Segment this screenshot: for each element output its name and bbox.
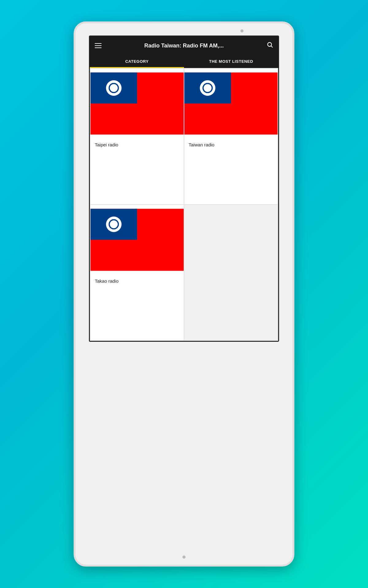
tab-category[interactable]: CATEGORY: [90, 55, 184, 68]
tab-bar: CATEGORY THE MOST LISTENED: [90, 55, 278, 68]
grid-container: Taipei radio: [90, 68, 278, 341]
tablet-camera-bottom: [182, 556, 186, 559]
taipei-label: Taipei radio: [90, 138, 184, 151]
app-container: Radio Taiwan: Radio FM AM,... CATEGORY T…: [89, 36, 279, 342]
tablet-camera-top: [240, 29, 243, 32]
grid-item-takao[interactable]: Takao radio: [90, 205, 184, 341]
taipei-flag: [90, 69, 184, 138]
svg-point-18: [110, 84, 118, 92]
svg-line-1: [271, 46, 272, 47]
grid-item-empty: [184, 205, 278, 341]
search-icon[interactable]: [266, 41, 273, 50]
takao-label: Takao radio: [90, 275, 184, 287]
app-title: Radio Taiwan: Radio FM AM,...: [102, 43, 266, 49]
tab-most-listened[interactable]: THE MOST LISTENED: [184, 55, 278, 68]
svg-point-35: [204, 84, 212, 92]
top-bar: Radio Taiwan: Radio FM AM,...: [90, 36, 278, 55]
taiwan-label: Taiwan radio: [184, 138, 278, 151]
taiwan-flag: [184, 69, 278, 138]
takao-flag: [90, 205, 184, 275]
grid-item-taiwan[interactable]: Taiwan radio: [184, 69, 278, 204]
svg-point-52: [110, 220, 118, 228]
tablet-frame: Radio Taiwan: Radio FM AM,... CATEGORY T…: [74, 21, 294, 567]
grid-item-taipei[interactable]: Taipei radio: [90, 69, 184, 204]
menu-icon[interactable]: [95, 43, 102, 48]
